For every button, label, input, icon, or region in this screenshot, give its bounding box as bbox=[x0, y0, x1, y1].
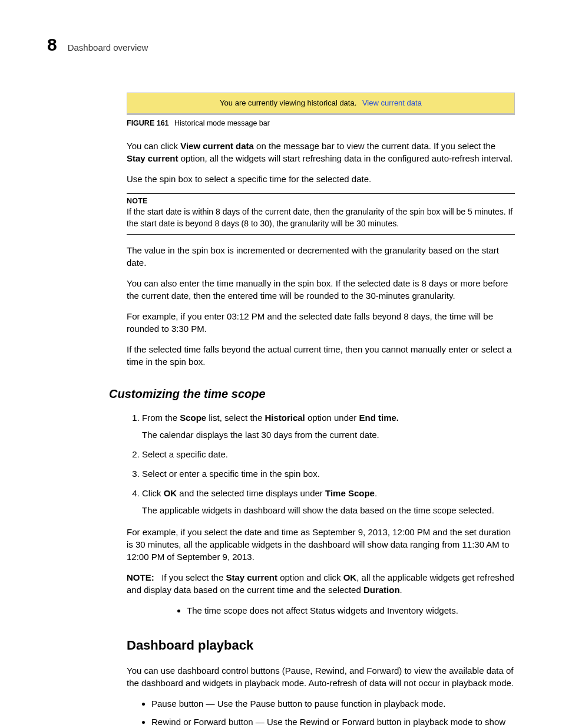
list-item: From the Scope list, select the Historic… bbox=[142, 411, 515, 441]
bullet-list: Pause button — Use the Pause button to p… bbox=[127, 697, 515, 728]
list-item: Select or enter a specific time in the s… bbox=[142, 467, 515, 480]
steps-list: From the Scope list, select the Historic… bbox=[127, 411, 515, 516]
list-item: Pause button — Use the Pause button to p… bbox=[151, 697, 515, 710]
historical-message-bar: You are currently viewing historical dat… bbox=[127, 93, 515, 115]
body-paragraph: For example, if you select the date and … bbox=[127, 526, 515, 563]
inline-note: NOTE: If you select the Stay current opt… bbox=[127, 571, 515, 596]
figure-text: Historical mode message bar bbox=[174, 119, 270, 127]
note-block: NOTE If the start date is within 8 days … bbox=[127, 193, 515, 235]
body-paragraph: For example, if you enter 03:12 PM and t… bbox=[127, 310, 515, 335]
section-heading: Dashboard playback bbox=[127, 637, 515, 655]
list-item: Click OK and the selected time displays … bbox=[142, 487, 515, 516]
step-subtext: The applicable widgets in dashboard will… bbox=[142, 504, 515, 516]
figure-label: FIGURE 161 bbox=[127, 119, 169, 127]
body-paragraph: You can use dashboard control buttons (P… bbox=[127, 664, 515, 689]
body-paragraph: You can also enter the time manually in … bbox=[127, 277, 515, 302]
view-current-data-link[interactable]: View current data bbox=[362, 98, 422, 107]
body-paragraph: You can click View current data on the m… bbox=[127, 140, 515, 164]
bullet-list: The time scope does not affect Status wi… bbox=[162, 604, 515, 617]
body-paragraph: If the selected time falls beyond the ac… bbox=[127, 343, 515, 368]
body-paragraph: The value in the spin box is incremented… bbox=[127, 244, 515, 269]
message-bar-text: You are currently viewing historical dat… bbox=[220, 98, 356, 107]
list-item: Rewind or Forward button — Use the Rewin… bbox=[151, 716, 515, 728]
list-item: Select a specific date. bbox=[142, 448, 515, 460]
figure-caption: FIGURE 161 Historical mode message bar bbox=[127, 118, 515, 129]
section-title: Dashboard overview bbox=[68, 41, 148, 54]
page-header: 8 Dashboard overview bbox=[47, 32, 515, 57]
list-item: The time scope does not affect Status wi… bbox=[187, 604, 515, 617]
note-text: If the start date is within 8 days of th… bbox=[127, 206, 515, 229]
chapter-number: 8 bbox=[47, 32, 57, 57]
step-subtext: The calendar displays the last 30 days f… bbox=[142, 429, 515, 441]
subsection-heading: Customizing the time scope bbox=[109, 386, 515, 402]
body-paragraph: Use the spin box to select a specific ti… bbox=[127, 173, 515, 185]
note-label: NOTE bbox=[127, 196, 515, 207]
